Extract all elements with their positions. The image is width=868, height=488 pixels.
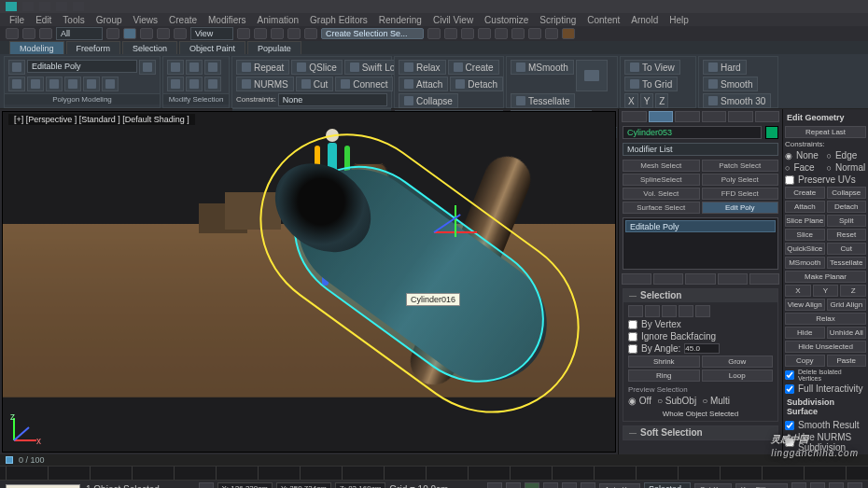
smooth30-button[interactable]: Smooth 30 [703,93,771,108]
cons-normal[interactable]: ○ Normal [827,162,867,173]
menu-civilview[interactable]: Civil View [429,15,477,25]
collapse-button[interactable]: Collapse [399,93,458,108]
tb-schematic-icon[interactable] [495,28,508,39]
tb-selfilter-icon[interactable] [106,28,119,39]
delete-iso-check[interactable]: Delete Isolated Vertices [785,369,866,382]
menu-edit[interactable]: Edit [32,15,55,25]
menu-scripting[interactable]: Scripting [536,15,580,25]
ring-button[interactable]: Ring [628,369,700,382]
ribbon-tab-objectpaint[interactable]: Object Paint [179,41,245,54]
keyfilter-select[interactable]: Selected [644,482,691,488]
loop-button[interactable]: Loop [702,369,774,382]
relax-button[interactable]: Relax [399,60,446,75]
tb-material-icon[interactable] [511,28,525,39]
ribbon-tab-freeform[interactable]: Freeform [66,41,121,54]
cp-display-tab[interactable] [728,111,753,122]
stack-unique-button[interactable] [685,273,715,285]
tb-renderlast-icon[interactable] [562,28,575,39]
menu-rendering[interactable]: Rendering [375,15,426,25]
stack-pin-button[interactable] [622,273,651,285]
goto-end-button[interactable] [562,482,577,488]
eg-collapse-button[interactable]: Collapse [827,187,867,199]
menu-customize[interactable]: Customize [481,15,532,25]
repeat-button[interactable]: Repeat [236,60,289,75]
coord-z[interactable]: Z: 83.169cm [335,482,385,488]
object-name-input[interactable] [623,126,762,139]
cons-none[interactable]: ◉ None [785,150,825,160]
tb-spinner-icon[interactable] [304,28,317,39]
cp-modify-tab[interactable] [649,111,674,122]
editable-poly-select[interactable]: Editable Poly [27,60,137,73]
tb-snap-icon[interactable] [254,28,267,39]
so-vol-select[interactable]: Vol. Select [623,188,700,200]
unhide-button[interactable]: Unhide All [827,327,867,339]
viewalign-button[interactable]: View Align [785,299,825,311]
ribbon-tab-selection[interactable]: Selection [122,41,177,54]
eg-attach-button[interactable]: Attach [785,201,825,213]
menu-tools[interactable]: Tools [59,15,88,25]
gizmo-y-axis[interactable] [455,205,456,237]
modifier-stack[interactable]: Editable Poly [623,217,778,270]
qat-open[interactable] [22,2,34,11]
modsel-loop-button[interactable] [204,60,221,75]
tessellate-button[interactable]: Tessellate [511,93,575,108]
keyframe-0[interactable] [6,456,13,464]
stack-show-button[interactable] [653,273,683,285]
tb-layers-icon[interactable] [461,28,474,39]
modsel-fill-button[interactable] [204,77,221,91]
sel-edge-icon[interactable] [645,305,660,317]
stack-remove-button[interactable] [718,273,748,285]
so-ffd-select[interactable]: FFD Select [702,188,779,200]
tb-rotate-icon[interactable] [140,28,153,39]
resetplane-button[interactable]: Reset Plane [827,229,867,241]
eg-msmooth-button[interactable]: MSmooth [785,257,825,269]
preview-off-radio[interactable]: ◉ Off [628,396,651,406]
smoothvis-button[interactable]: Smooth [703,77,758,91]
nav-pan-icon[interactable] [791,482,806,488]
sel-vertex-icon[interactable] [628,305,643,317]
shrink-button[interactable]: Shrink [628,356,700,368]
detach-button[interactable]: Detach [450,77,503,91]
ribbon-tab-modeling[interactable]: Modeling [9,41,64,54]
constraints-select[interactable]: None [278,93,387,106]
so-patch-select[interactable]: Patch Select [702,160,779,172]
preview-subobj-radio[interactable]: ○ SubObj [657,396,696,406]
tb-angle-icon[interactable] [271,28,284,39]
qslice-button[interactable]: QSlice [291,60,342,75]
cp-motion-tab[interactable] [702,111,727,122]
play-button[interactable] [525,482,539,488]
subobj-border-icon[interactable] [27,77,44,91]
menu-create[interactable]: Create [165,15,201,25]
byvertex-check[interactable]: By Vertex [628,319,773,329]
tb-link-icon[interactable] [22,28,35,39]
keyfilters-button[interactable]: Key Filters... [735,483,788,489]
menu-animation[interactable]: Animation [254,15,302,25]
autokey-button[interactable]: Auto Key [599,483,640,489]
nav-orbit-icon[interactable] [829,482,844,488]
tb-mirror-icon[interactable] [427,28,441,39]
menu-views[interactable]: Views [130,15,162,25]
nav-maxmin-icon[interactable] [847,482,862,488]
viewport-label[interactable]: [+] [Perspective ] [Standard ] [Default … [8,114,195,125]
menu-file[interactable]: File [6,15,28,25]
next-frame-button[interactable] [543,482,558,488]
byangle-input[interactable] [684,343,720,354]
sel-polygon-icon[interactable] [679,305,693,317]
qat-redo[interactable] [73,2,84,11]
tb-select-icon[interactable] [6,28,19,39]
slice-button[interactable]: Slice [785,229,825,241]
planarz-button[interactable]: Z [840,285,866,297]
planary-button[interactable]: Y [813,285,839,297]
byangle-check[interactable] [628,344,637,354]
preview-multi-radio[interactable]: ○ Multi [702,396,730,406]
tb-render-icon[interactable] [528,28,541,39]
tb-unlink-icon[interactable] [39,28,52,39]
eg-relax-button[interactable]: Relax [785,313,866,325]
goto-start-button[interactable] [487,482,502,488]
tb-refcoord-icon[interactable] [174,28,187,39]
coord-y[interactable]: Y: 250.734cm [276,482,331,488]
split-button[interactable]: Split [827,215,867,227]
tb-pct-icon[interactable] [287,28,301,39]
modifier-list-select[interactable]: Modifier List [623,143,778,156]
so-mesh-select[interactable]: Mesh Select [623,160,700,172]
